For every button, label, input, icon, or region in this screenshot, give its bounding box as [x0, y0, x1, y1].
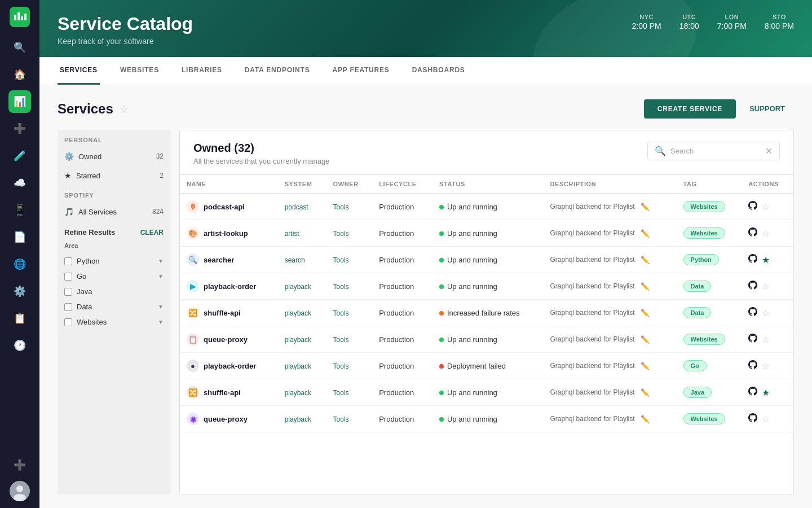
edit-description-icon[interactable]: ✏️ [641, 335, 650, 344]
tab-dashboards[interactable]: DASHBOARDS [410, 57, 467, 85]
github-icon[interactable] [748, 227, 757, 239]
service-name-link[interactable]: 🔀 shuffle-api [187, 306, 271, 319]
service-name-link[interactable]: 🔍 searcher [187, 253, 271, 266]
edit-description-icon[interactable]: ✏️ [641, 229, 650, 238]
service-name-link[interactable]: ● playback-order [187, 360, 271, 372]
edit-description-icon[interactable]: ✏️ [641, 309, 650, 317]
edit-description-icon[interactable]: ✏️ [641, 388, 650, 397]
github-icon[interactable] [748, 201, 757, 212]
filter-websites[interactable]: Websites ▼ [64, 314, 164, 330]
owner-link[interactable]: Tools [333, 309, 349, 317]
star-toggle[interactable]: ☆ [762, 361, 770, 371]
sidebar-lab[interactable]: 🧪 [8, 144, 31, 167]
system-link[interactable]: playback [285, 309, 311, 317]
owner-link[interactable]: Tools [333, 336, 349, 344]
owner-link[interactable]: Tools [333, 283, 349, 291]
service-name-link[interactable]: 🎨 artist-lookup [187, 227, 271, 239]
system-link[interactable]: playback [285, 389, 311, 397]
sidebar-mobile[interactable]: 📱 [8, 199, 31, 221]
app-logo[interactable] [10, 7, 30, 27]
filter-java[interactable]: Java [64, 284, 164, 299]
websites-checkbox[interactable] [64, 318, 72, 326]
system-link[interactable]: playback [285, 283, 311, 291]
tab-websites[interactable]: WEBSITES [118, 57, 161, 85]
user-avatar[interactable] [10, 481, 30, 501]
support-button[interactable]: SUPPORT [740, 99, 794, 119]
edit-description-icon[interactable]: ✏️ [641, 203, 650, 211]
clear-button[interactable]: CLEAR [140, 229, 164, 237]
tab-services[interactable]: SERVICES [58, 57, 100, 85]
system-link[interactable]: search [285, 256, 305, 264]
system-link[interactable]: artist [285, 230, 299, 238]
python-checkbox[interactable] [64, 257, 72, 265]
tab-data-endpoints[interactable]: DATA ENDPOINTS [242, 57, 312, 85]
sidebar-docs[interactable]: 📄 [8, 226, 31, 248]
owner-link[interactable]: Tools [333, 389, 349, 397]
star-toggle[interactable]: ★ [762, 387, 770, 398]
create-service-button[interactable]: CREATE SERVICE [644, 99, 736, 119]
star-toggle[interactable]: ☆ [762, 334, 770, 345]
edit-description-icon[interactable]: ✏️ [641, 362, 650, 370]
tag-badge: Websites [683, 413, 725, 424]
sidebar-add[interactable]: ➕ [8, 117, 31, 140]
owner-link[interactable]: Tools [333, 230, 349, 238]
github-icon[interactable] [748, 413, 757, 424]
tab-libraries[interactable]: LIBRARIES [179, 57, 224, 85]
search-clear-icon[interactable]: ✕ [765, 146, 773, 156]
sidebar-history[interactable]: 🕐 [8, 334, 31, 357]
system-link[interactable]: playback [285, 415, 311, 423]
github-icon[interactable] [748, 307, 757, 318]
sidebar-settings[interactable]: ⚙️ [8, 280, 31, 303]
nav-all-services[interactable]: 🎵 All Services 824 [58, 202, 170, 221]
edit-description-icon[interactable]: ✏️ [641, 256, 650, 264]
title-star-icon[interactable]: ☆ [119, 102, 129, 116]
service-name-link[interactable]: 🔀 shuffle-api [187, 386, 271, 398]
sidebar-cloud[interactable]: ☁️ [8, 172, 31, 194]
sidebar-catalog[interactable]: 📊 [8, 90, 31, 113]
star-toggle[interactable]: ☆ [762, 414, 770, 424]
owner-link[interactable]: Tools [333, 203, 349, 211]
system-link[interactable]: playback [285, 336, 311, 344]
sidebar-search[interactable]: 🔍 [8, 36, 31, 59]
star-toggle[interactable]: ☆ [762, 308, 770, 318]
service-name-link[interactable]: ▶ playback-order [187, 280, 271, 292]
service-name-link[interactable]: ◉ queue-proxy [187, 413, 271, 425]
service-name-link[interactable]: 📋 queue-proxy [187, 333, 271, 345]
nav-starred[interactable]: ★ Starred 2 [58, 166, 170, 185]
go-chevron-icon: ▼ [158, 273, 164, 279]
system-link[interactable]: podcast [285, 203, 308, 211]
sidebar-plus[interactable]: ➕ [8, 454, 31, 476]
sidebar-home[interactable]: 🏠 [8, 63, 31, 86]
edit-description-icon[interactable]: ✏️ [641, 415, 650, 423]
system-link[interactable]: playback [285, 362, 311, 370]
go-checkbox[interactable] [64, 273, 72, 281]
tab-app-features[interactable]: APP FEATURES [330, 57, 391, 85]
edit-description-icon[interactable]: ✏️ [641, 282, 650, 291]
data-checkbox[interactable] [64, 303, 72, 311]
filter-go[interactable]: Go ▼ [64, 269, 164, 284]
github-icon[interactable] [748, 387, 757, 398]
star-toggle[interactable]: ☆ [762, 228, 770, 239]
websites-chevron-icon: ▼ [158, 319, 164, 325]
cell-owner: Tools [326, 273, 373, 300]
star-toggle[interactable]: ☆ [762, 202, 770, 212]
filter-data[interactable]: Data ▼ [64, 299, 164, 314]
star-toggle[interactable]: ★ [762, 255, 770, 265]
sidebar-globe[interactable]: 🌐 [8, 253, 31, 275]
github-icon[interactable] [748, 360, 757, 371]
nav-owned[interactable]: ⚙️ Owned 32 [58, 147, 170, 166]
star-toggle[interactable]: ☆ [762, 281, 770, 292]
tag-badge: Websites [683, 334, 725, 345]
owner-link[interactable]: Tools [333, 415, 349, 423]
sidebar-table[interactable]: 📋 [8, 307, 31, 330]
search-input[interactable] [670, 147, 761, 155]
filter-python[interactable]: Python ▼ [64, 253, 164, 269]
github-icon[interactable] [748, 281, 757, 292]
github-icon[interactable] [748, 254, 757, 265]
cell-system: search [278, 247, 326, 273]
java-checkbox[interactable] [64, 288, 72, 296]
service-name-link[interactable]: 🎙 podcast-api [187, 200, 271, 213]
github-icon[interactable] [748, 334, 757, 345]
owner-link[interactable]: Tools [333, 362, 349, 370]
owner-link[interactable]: Tools [333, 256, 349, 264]
